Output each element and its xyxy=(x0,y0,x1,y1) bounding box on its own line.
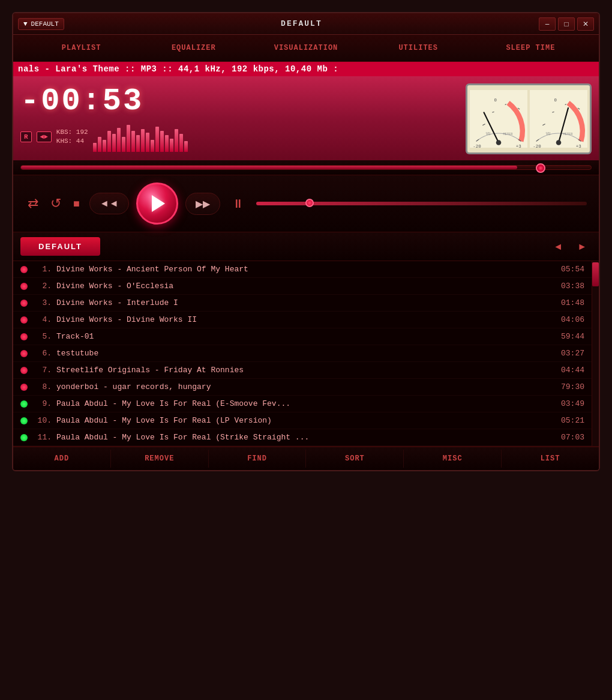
bottom-toolbar: ADDREMOVEFINDSORTMISCLIST xyxy=(13,446,599,470)
play-icon xyxy=(152,195,165,212)
track-row[interactable]: 6.testutube03:27 xyxy=(13,345,592,362)
spectrum-bar xyxy=(107,131,111,152)
seek-thumb xyxy=(536,163,545,173)
spectrum-bar xyxy=(103,140,106,152)
restore-button[interactable]: □ xyxy=(558,17,575,31)
badge-r[interactable]: R xyxy=(20,131,32,142)
track-name: Divine Works - Ancient Person Of My Hear… xyxy=(56,265,557,274)
volume-slider[interactable] xyxy=(256,202,587,205)
playlist-prev-button[interactable]: ◄ xyxy=(548,239,568,255)
track-number: 1. xyxy=(34,265,52,274)
player-container: ▼ DEFAULT DEFAULT – □ ✕ PLAYLIST EQUALIZ… xyxy=(12,12,600,471)
track-number: 5. xyxy=(34,332,52,341)
svg-text:VU: VU xyxy=(546,132,551,136)
track-name: testutube xyxy=(56,349,557,358)
close-button[interactable]: ✕ xyxy=(577,17,594,31)
player-display: -00:53 R ◄► KBS: 192 KHS: 44 xyxy=(13,76,599,160)
repeat-button[interactable]: ↺ xyxy=(48,193,64,214)
tab-equalizer[interactable]: EQUALIZER xyxy=(137,41,250,55)
bottom-btn-find[interactable]: FIND xyxy=(209,450,307,468)
track-name: Divine Works - O'Ecclesia xyxy=(56,282,557,291)
playlist-section: DEFAULT ◄ ► 1.Divine Works - Ancient Per… xyxy=(13,232,599,446)
tab-playlist[interactable]: PLAYLIST xyxy=(25,41,137,55)
spectrum-visualizer xyxy=(93,122,460,152)
track-dot xyxy=(20,400,28,408)
svg-text:0: 0 xyxy=(494,98,497,103)
player-left: -00:53 R ◄► KBS: 192 KHS: 44 xyxy=(20,86,460,152)
track-row[interactable]: 9.Paula Abdul - My Love Is For Real (E-S… xyxy=(13,396,592,412)
track-duration: 05:21 xyxy=(557,416,584,425)
track-row[interactable]: 2.Divine Works - O'Ecclesia03:38 xyxy=(13,278,592,295)
tab-visualization[interactable]: VISUALIZATION xyxy=(250,41,362,55)
spectrum-bar xyxy=(131,131,135,152)
track-duration: 03:38 xyxy=(557,282,584,291)
track-name: Streetlife Originals - Friday At Ronnies xyxy=(56,366,557,375)
next-group: ▶▶ xyxy=(185,193,220,215)
bottom-btn-add[interactable]: ADD xyxy=(13,450,111,468)
track-duration: 59:44 xyxy=(557,332,584,341)
track-dot xyxy=(20,283,28,290)
track-name: Paula Abdul - My Love Is For Real (LP Ve… xyxy=(56,416,557,425)
spectrum-bar xyxy=(175,129,178,152)
spectrum-bar xyxy=(160,131,164,152)
pause-button[interactable]: ⏸ xyxy=(230,195,247,213)
play-button[interactable] xyxy=(136,183,178,225)
track-row[interactable]: 1.Divine Works - Ancient Person Of My He… xyxy=(13,261,592,278)
track-row[interactable]: 8.yonderboi - ugar records, hungary79:30 xyxy=(13,379,592,396)
bottom-btn-remove[interactable]: REMOVE xyxy=(111,450,209,468)
title-dropdown[interactable]: ▼ DEFAULT xyxy=(18,18,64,30)
track-dot xyxy=(20,316,28,324)
time-display: -00:53 xyxy=(20,86,460,117)
stop-button[interactable]: ■ xyxy=(71,195,82,213)
prev-button[interactable]: ◄◄ xyxy=(97,196,121,211)
player-info-row: R ◄► KBS: 192 KHS: 44 xyxy=(20,122,460,152)
player-bitrate: KBS: 192 KHS: 44 xyxy=(56,128,88,146)
spectrum-bar xyxy=(146,133,149,152)
next-button[interactable]: ▶▶ xyxy=(193,196,212,212)
seek-fill xyxy=(21,166,517,169)
playlist-header: DEFAULT ◄ ► xyxy=(13,232,599,261)
window-controls: – □ ✕ xyxy=(539,17,594,31)
minimize-button[interactable]: – xyxy=(539,17,556,31)
svg-text:VU: VU xyxy=(486,132,491,136)
playlist-with-scroll: 1.Divine Works - Ancient Person Of My He… xyxy=(13,261,599,446)
track-row[interactable]: 10.Paula Abdul - My Love Is For Real (LP… xyxy=(13,412,592,429)
track-name: yonderboi - ugar records, hungary xyxy=(56,382,557,391)
svg-text:METER: METER xyxy=(563,133,573,136)
svg-point-22 xyxy=(556,140,562,145)
track-name: Divine Works - Divine Works II xyxy=(56,315,557,324)
seek-bar[interactable] xyxy=(20,165,592,170)
track-number: 6. xyxy=(34,349,52,358)
track-row[interactable]: 5.Track-0159:44 xyxy=(13,328,592,345)
bottom-btn-misc[interactable]: MISC xyxy=(404,450,502,468)
track-row[interactable]: 7.Streetlife Originals - Friday At Ronni… xyxy=(13,362,592,379)
track-name: Divine Works - Interlude I xyxy=(56,298,557,307)
track-dot xyxy=(20,350,28,357)
playlist-scrollbar[interactable] xyxy=(592,261,599,446)
svg-text:+3: +3 xyxy=(516,144,521,149)
track-number: 11. xyxy=(34,433,52,442)
track-row[interactable]: 11.Paula Abdul - My Love Is For Real (St… xyxy=(13,429,592,446)
playlist-title-button[interactable]: DEFAULT xyxy=(20,237,100,256)
vu-meters: -20 +3 0 VU METER xyxy=(466,83,592,154)
spectrum-bar xyxy=(136,135,140,152)
track-duration: 05:54 xyxy=(557,265,584,274)
badge-eq[interactable]: ◄► xyxy=(37,131,52,142)
svg-text:METER: METER xyxy=(503,133,513,136)
vu-meter-right: -20 +3 0 VU METER xyxy=(530,88,587,150)
spectrum-bar xyxy=(127,125,130,152)
bottom-btn-list[interactable]: LIST xyxy=(502,450,599,468)
track-dot xyxy=(20,266,28,273)
shuffle-button[interactable]: ⇄ xyxy=(25,193,41,214)
track-dot xyxy=(20,367,28,374)
spectrum-bar xyxy=(117,128,121,152)
track-row[interactable]: 4.Divine Works - Divine Works II04:06 xyxy=(13,312,592,328)
track-row[interactable]: 3.Divine Works - Interlude I01:48 xyxy=(13,295,592,312)
track-name: Track-01 xyxy=(56,332,557,341)
track-duration: 79:30 xyxy=(557,382,584,391)
track-list: 1.Divine Works - Ancient Person Of My He… xyxy=(13,261,592,446)
tab-sleeptime[interactable]: SLEEP TIME xyxy=(475,41,587,55)
tab-utilites[interactable]: UTILITES xyxy=(362,41,475,55)
bottom-btn-sort[interactable]: SORT xyxy=(306,450,404,468)
playlist-next-button[interactable]: ► xyxy=(572,239,592,255)
